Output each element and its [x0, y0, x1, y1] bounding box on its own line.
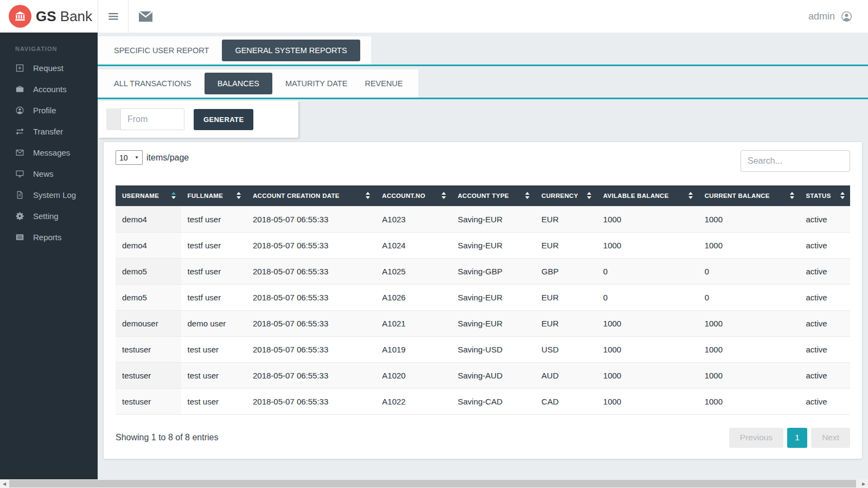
- balances-table: USERNAME FULLNAME ACCOUNT CREATION DATE …: [116, 185, 850, 415]
- chevron-down-icon: ▼: [135, 155, 139, 160]
- sort-icon: [237, 192, 241, 199]
- col-header-currency[interactable]: CURRENCY: [535, 185, 597, 206]
- col-header-avilable-balance[interactable]: AVILABLE BALANCE: [597, 185, 698, 206]
- list-icon: [15, 233, 24, 242]
- user-circle-icon: [840, 10, 853, 23]
- scroll-right-arrow-icon[interactable]: ▶: [859, 479, 868, 488]
- scrollbar-thumb[interactable]: [9, 480, 856, 487]
- tab-general-system-reports[interactable]: GENERAL SYSTEM REPORTS: [222, 40, 360, 61]
- transfer-arrows-icon: [15, 127, 24, 136]
- sub-tabs-row: ALL TRANSACTIONS BALANCES MATURITY DATE …: [98, 69, 868, 98]
- admin-user-menu[interactable]: admin: [808, 0, 868, 33]
- table-controls: 10 ▼ items/page: [116, 150, 850, 172]
- sort-icon: [171, 192, 176, 199]
- divider-teal-top: [98, 65, 868, 66]
- horizontal-scrollbar[interactable]: ◀ ▶: [0, 479, 868, 488]
- page-size-label: items/page: [146, 153, 189, 163]
- tab-balances[interactable]: BALANCES: [205, 73, 272, 94]
- table-footer: Showing 1 to 8 of 8 entries Previous 1 N…: [116, 428, 850, 448]
- col-header-account-type[interactable]: ACCOUNT TYPE: [451, 185, 535, 206]
- sort-icon: [366, 192, 370, 199]
- table-row: testusertest user2018-05-07 06:55:33A102…: [116, 388, 850, 414]
- tab-all-transactions[interactable]: ALL TRANSACTIONS: [106, 73, 199, 94]
- brand-name: GS Bank: [36, 8, 92, 25]
- tab-specific-user-report[interactable]: SPECIFIC USER REPORT: [106, 40, 216, 61]
- page-size-control: 10 ▼ items/page: [116, 150, 189, 165]
- plus-square-icon: [15, 63, 24, 73]
- sidebar-item-reports[interactable]: Reports: [0, 227, 98, 248]
- generate-button[interactable]: GENERATE: [194, 109, 253, 130]
- hamburger-menu-icon[interactable]: [98, 0, 129, 33]
- sort-icon: [688, 192, 693, 199]
- table-row: demo4testf user2018-05-07 06:55:33A1023S…: [116, 206, 850, 232]
- briefcase-icon: [15, 85, 24, 94]
- col-header-username[interactable]: USERNAME: [116, 185, 181, 206]
- sort-icon: [525, 192, 529, 199]
- balances-table-panel: 10 ▼ items/page USERNAME FULLNAME ACCOUN…: [103, 142, 863, 459]
- sidebar-item-accounts[interactable]: Accounts: [0, 79, 98, 100]
- divider-teal-bottom: [98, 98, 868, 99]
- col-header-status[interactable]: STATUS: [800, 185, 850, 206]
- messages-envelope-icon[interactable]: [129, 0, 162, 33]
- date-picker-addon[interactable]: [106, 108, 120, 130]
- sidebar-item-messages[interactable]: Messages: [0, 142, 98, 163]
- sidebar-item-news[interactable]: News: [0, 163, 98, 184]
- pagination: Previous 1 Next: [729, 428, 850, 448]
- report-tabs-row: SPECIFIC USER REPORT GENERAL SYSTEM REPO…: [98, 36, 868, 65]
- page-size-select[interactable]: 10 ▼: [116, 150, 143, 165]
- admin-username: admin: [808, 11, 835, 22]
- sort-icon: [442, 192, 446, 199]
- sidebar-nav-header: NAVIGATION: [0, 33, 98, 57]
- table-row: demouserdemo user2018-05-07 06:55:33A102…: [116, 310, 850, 336]
- page-1-button[interactable]: 1: [787, 428, 807, 448]
- sidebar-item-system-log[interactable]: System Log: [0, 184, 98, 206]
- main-content: SPECIFIC USER REPORT GENERAL SYSTEM REPO…: [98, 33, 868, 479]
- col-header-account-creation-date[interactable]: ACCOUNT CREATION DATE: [246, 185, 375, 206]
- sort-icon: [840, 192, 845, 199]
- col-header-current-balance[interactable]: CURRENT BALANCE: [698, 185, 800, 206]
- monitor-icon: [15, 169, 24, 178]
- scroll-left-arrow-icon[interactable]: ◀: [0, 479, 9, 488]
- report-filter-card: GENERATE: [99, 101, 298, 138]
- next-page-button[interactable]: Next: [811, 428, 850, 448]
- sidebar: NAVIGATION Request Accounts Profile Tran…: [0, 33, 98, 479]
- gear-icon: [15, 211, 24, 221]
- sidebar-item-transfer[interactable]: Transfer: [0, 121, 98, 142]
- topbar-spacer: [162, 0, 808, 33]
- sidebar-item-profile[interactable]: Profile: [0, 100, 98, 121]
- user-icon: [15, 106, 24, 115]
- table-row: demo5testf user2018-05-07 06:55:33A1026S…: [116, 284, 850, 310]
- previous-page-button[interactable]: Previous: [729, 428, 783, 448]
- search-input[interactable]: [741, 150, 850, 172]
- report-tabs: SPECIFIC USER REPORT GENERAL SYSTEM REPO…: [98, 36, 371, 65]
- table-row: demo4testf user2018-05-07 06:55:33A1024S…: [116, 232, 850, 258]
- sub-tabs: ALL TRANSACTIONS BALANCES MATURITY DATE …: [98, 69, 418, 98]
- table-row: demo5testf user2018-05-07 06:55:33A1025S…: [116, 258, 850, 284]
- entries-summary: Showing 1 to 8 of 8 entries: [116, 433, 218, 442]
- table-header-row: USERNAME FULLNAME ACCOUNT CREATION DATE …: [116, 185, 850, 206]
- col-header-account-no[interactable]: ACCOUNT.NO: [375, 185, 451, 206]
- table-row: testusertest user2018-05-07 06:55:33A101…: [116, 336, 850, 362]
- tab-maturity-date[interactable]: MATURITY DATE: [278, 73, 355, 94]
- col-header-fullname[interactable]: FULLNAME: [181, 185, 247, 206]
- from-date-input[interactable]: [120, 108, 184, 130]
- sort-icon: [587, 192, 591, 199]
- bank-logo-icon: [9, 5, 31, 28]
- sort-icon: [790, 192, 794, 199]
- table-row: testusertest user2018-05-07 06:55:33A102…: [116, 362, 850, 388]
- envelope-icon: [15, 148, 24, 157]
- brand-logo[interactable]: GS Bank: [0, 0, 98, 33]
- topbar: GS Bank admin: [0, 0, 868, 33]
- sidebar-item-request[interactable]: Request: [0, 57, 98, 79]
- document-icon: [15, 190, 24, 200]
- sidebar-item-setting[interactable]: Setting: [0, 206, 98, 227]
- tab-revenue[interactable]: REVENUE: [357, 73, 410, 94]
